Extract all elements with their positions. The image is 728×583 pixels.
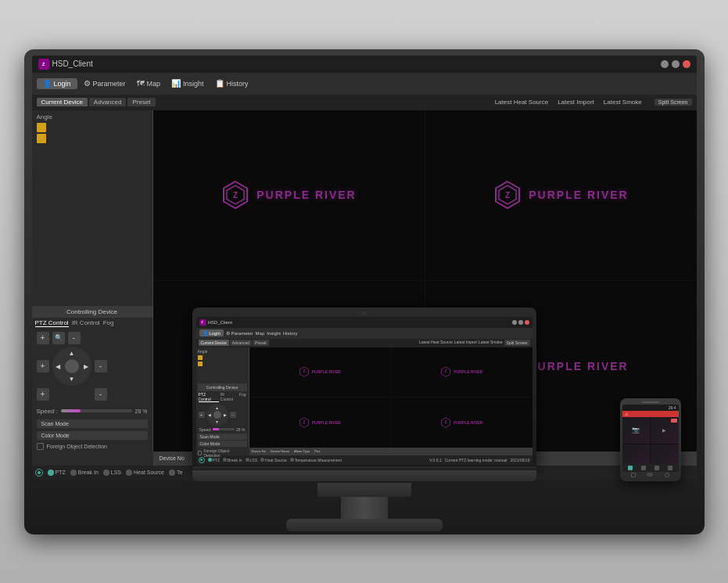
break-in-status: Break In	[70, 470, 99, 476]
close-button[interactable]	[683, 60, 690, 68]
max-button[interactable]	[672, 60, 680, 68]
pr-text-br: PURPLE RIVER	[529, 360, 628, 372]
scan-mode-button[interactable]: Scan Mode	[37, 419, 148, 428]
laptop-split-screen-btn[interactable]: Split Screen	[504, 340, 530, 346]
latest-heat-source-tab[interactable]: Latest Heat Source	[492, 98, 551, 106]
ir-control-tab[interactable]: IR Control	[72, 319, 100, 327]
menu-bar: 👤 Login ⚙ Parameter 🗺 Map 📊	[32, 73, 697, 95]
speed-value: 28 %	[135, 408, 148, 414]
laptop-pr-text-tl: PURPLE RIVER	[312, 369, 341, 374]
svg-text:Z: Z	[445, 370, 447, 374]
laptop-pr-text-bl: PURPLE RIVER	[312, 420, 341, 425]
monitor: Z HSD_Client 👤 Login	[24, 49, 705, 534]
foreign-object-label: Foreign Object Detection	[47, 444, 107, 449]
laptop-cam-br: Z PURPLE RIVER	[391, 398, 533, 448]
laptop-angle-dot-1	[198, 355, 203, 360]
phone-cam-tl: 📷	[622, 417, 651, 444]
svg-text:Z: Z	[505, 191, 510, 200]
phone-time: 26:4	[669, 405, 676, 410]
ptz-status: PTZ	[48, 470, 66, 476]
insight-menu-item[interactable]: 📊 Insight	[167, 77, 209, 89]
phone-speaker	[642, 401, 659, 403]
phone-cam-tr: ▶	[651, 417, 679, 444]
laptop-pr-text-tr: PURPLE RIVER	[454, 369, 482, 374]
svg-text:Z: Z	[303, 420, 305, 424]
camera-cell-tl: Z PURPLE RIVER	[153, 110, 425, 281]
app-icon: Z	[38, 59, 49, 70]
sub-tabs-row: Current Device Advanced Preset Latest He…	[32, 95, 697, 110]
laptop-ptz-nav[interactable]: ▲ ▼ ◀ ▶	[206, 404, 228, 426]
app-title: HSD_Client	[52, 59, 661, 68]
svg-text:Z: Z	[445, 420, 447, 424]
angle-indicator-1	[37, 123, 46, 132]
laptop-preset-tab[interactable]: Preset	[253, 340, 268, 346]
angle-indicator-2	[37, 134, 46, 143]
split-screen-button[interactable]: Split Screen	[654, 99, 692, 106]
laptop-advanced-tab[interactable]: Advanced	[230, 340, 252, 346]
latest-smoke-tab[interactable]: Latest Smoke	[601, 98, 645, 106]
controlling-device-label: Controlling Device	[32, 306, 152, 318]
min-button[interactable]	[661, 60, 669, 68]
device-no-header: Device No	[153, 452, 192, 466]
laptop-controlling-label: Controlling Device	[198, 383, 247, 391]
laptop-angle-label: Angle	[198, 349, 247, 354]
heat-source-status: Heat Source	[126, 470, 164, 476]
laptop-parameter[interactable]: ⚙ Parameter	[226, 330, 253, 336]
laptop-current-device-tab[interactable]: Current Device	[199, 340, 229, 346]
current-device-tab[interactable]: Current Device	[37, 98, 88, 106]
title-bar: Z HSD_Client	[32, 56, 697, 73]
laptop-webcam	[362, 311, 366, 315]
phone: 26:4 ⚠ 📷	[620, 398, 681, 481]
pr-hex-icon-tl: Z	[221, 180, 250, 210]
laptop-map[interactable]: Map	[256, 331, 265, 336]
monitor-base	[286, 519, 443, 531]
lss-status: LSS	[103, 470, 121, 476]
power-icon	[35, 469, 43, 477]
pr-text-tr: PURPLE RIVER	[529, 189, 628, 201]
monitor-stand-pole	[341, 497, 388, 519]
map-menu-item[interactable]: 🗺 Map	[132, 77, 166, 89]
laptop-pr-text-br: PURPLE RIVER	[454, 420, 482, 425]
speed-label: Speed :	[37, 408, 59, 415]
login-menu-item[interactable]: 👤 Login	[37, 78, 77, 89]
sidebar: Angle Controlling Device PTZ Control IR …	[32, 110, 153, 452]
angle-label: Angle	[37, 113, 148, 121]
svg-text:Z: Z	[233, 191, 238, 200]
laptop-angle-dot-2	[198, 362, 203, 366]
pr-hex-icon-tr: Z	[493, 180, 522, 210]
phone-cam-bl	[622, 444, 651, 464]
laptop-history[interactable]: History	[283, 331, 298, 336]
tilt-up-button[interactable]: +	[37, 388, 49, 401]
tilt-down-button[interactable]: -	[95, 388, 107, 401]
pan-left-button[interactable]: +	[37, 360, 49, 372]
latest-import-tab[interactable]: Latest Import	[554, 98, 597, 106]
ptz-nav-control[interactable]: ▲ ▼ ◀ ▶	[52, 347, 91, 386]
history-menu-item[interactable]: 📋 History	[210, 77, 253, 89]
parameter-menu-item[interactable]: ⚙ Parameter	[79, 77, 131, 89]
foreign-object-checkbox[interactable]	[37, 443, 44, 450]
fog-tab[interactable]: Fog	[103, 319, 114, 327]
ptz-control-tab[interactable]: PTZ Control	[35, 319, 69, 327]
preset-tab[interactable]: Preset	[127, 98, 155, 106]
laptop: Z HSD_Client 👤 Logi	[192, 308, 536, 481]
color-mode-button[interactable]: Color Mode	[37, 431, 148, 440]
zoom-in-button[interactable]: +	[37, 332, 49, 344]
laptop-insight[interactable]: Insight	[267, 331, 281, 336]
laptop-cam-tr: Z PURPLE RIVER	[391, 347, 533, 398]
laptop-cam-bl: Z PURPLE RIVER	[249, 398, 391, 448]
laptop-cam-tl: Z PURPLE RIVER	[249, 347, 391, 398]
advanced-tab[interactable]: Advanced	[89, 98, 127, 106]
zoom-minus-button[interactable]: -	[68, 332, 81, 344]
monitor-stand-top	[317, 483, 411, 497]
pr-text-tl: PURPLE RIVER	[256, 189, 356, 201]
zoom-out-icon: 🔍	[52, 332, 65, 344]
laptop-app-title: HSD_Client	[208, 320, 512, 325]
laptop-keyboard-base	[192, 470, 536, 481]
laptop-login-btn[interactable]: 👤 Login	[199, 329, 224, 336]
te-status: Te	[169, 470, 182, 476]
laptop-speed-value: 28 %	[236, 427, 245, 432]
pan-right-button[interactable]: -	[95, 360, 107, 372]
svg-text:Z: Z	[303, 370, 305, 374]
camera-cell-tr: Z PURPLE RIVER	[425, 110, 697, 281]
phone-cam-br	[651, 444, 679, 464]
